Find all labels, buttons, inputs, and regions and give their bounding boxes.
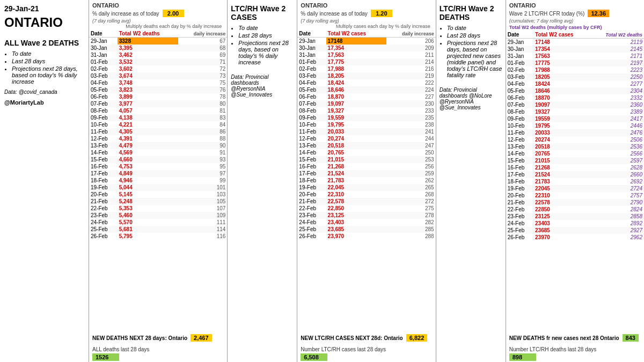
table-row: 26-Feb23,970288 bbox=[297, 233, 435, 240]
cell-multiply: 2962 bbox=[590, 234, 644, 241]
cell-total: 5,570 bbox=[118, 219, 179, 226]
cell-total: 4,138 bbox=[118, 114, 179, 121]
panel-deaths: ONTARIO % daily increase as of today 2.0… bbox=[89, 0, 227, 362]
table-row: 05-Feb18,646224 bbox=[297, 86, 435, 93]
panel2-metric-label: % daily increase as of today bbox=[301, 11, 368, 17]
cell-multiply: 206 bbox=[386, 38, 436, 45]
cell-date: 04-Feb bbox=[89, 79, 118, 86]
data-credit-p2: Data: Provincial dashboards @RyersonNIA … bbox=[231, 74, 294, 98]
panel-ltc-deaths: ONTARIO Wave 2 LTC/RH CFR today (%) 12.3… bbox=[506, 0, 644, 362]
table-row: 17-Feb4,84997 bbox=[89, 170, 227, 177]
cell-date: 22-Feb bbox=[89, 205, 118, 212]
panel2-tbody: 29-Jan1714820630-Jan17,35420931-Jan17,56… bbox=[297, 38, 435, 240]
cell-total: 3,823 bbox=[118, 86, 179, 93]
cell-multiply: 2197 bbox=[590, 60, 644, 67]
cell-multiply: 230 bbox=[386, 100, 436, 107]
cell-date: 30-Jan bbox=[297, 45, 326, 51]
table-row: 29-Jan17148206 bbox=[297, 38, 435, 45]
cell-multiply: 78 bbox=[178, 93, 227, 100]
cell-multiply: 209 bbox=[386, 45, 436, 51]
cell-multiply: 76 bbox=[178, 86, 227, 93]
table-row: 17-Feb215242660 bbox=[506, 171, 644, 178]
panel1-tbody: 29-Jan33286730-Jan3,3956831-Jan3,4626901… bbox=[89, 38, 227, 240]
cell-multiply: 101 bbox=[178, 184, 227, 191]
table-row: 08-Feb4,05781 bbox=[89, 107, 227, 114]
cell-total: 4,057 bbox=[118, 107, 179, 114]
panel2-metric-value: 1.20 bbox=[371, 10, 392, 17]
table-row: 22-Feb228502824 bbox=[506, 206, 644, 213]
table-row: 19-Feb5,044101 bbox=[89, 184, 227, 191]
cell-multiply: 2858 bbox=[590, 213, 644, 220]
cell-date: 01-Feb bbox=[297, 58, 326, 65]
bullet-cases-last28: Last 28 days bbox=[238, 32, 294, 39]
table-row: 01-Feb177752197 bbox=[506, 60, 644, 67]
panel1-multiply-label: Multiply deaths each day by % daily incr… bbox=[92, 24, 224, 29]
cell-total: 20518 bbox=[533, 143, 590, 150]
table-row: 09-Feb4,13883 bbox=[89, 114, 227, 121]
table-row: 29-Jan171482119 bbox=[506, 39, 644, 46]
cell-date: 17-Feb bbox=[89, 170, 118, 177]
cell-date: 16-Feb bbox=[89, 163, 118, 170]
cell-date: 30-Jan bbox=[89, 45, 118, 51]
cell-date: 24-Feb bbox=[89, 219, 118, 226]
cell-date: 15-Feb bbox=[297, 156, 326, 163]
panel2-footer-value: 6,822 bbox=[406, 334, 428, 342]
cell-total: 5,460 bbox=[118, 212, 179, 219]
cell-multiply: 69 bbox=[178, 51, 227, 58]
cell-total: 21,268 bbox=[326, 163, 386, 170]
cell-multiply: 2360 bbox=[590, 101, 644, 108]
table-row: 14-Feb4,56991 bbox=[89, 149, 227, 156]
panel1-footer-value: 2,467 bbox=[191, 334, 212, 342]
cell-date: 17-Feb bbox=[506, 171, 533, 178]
panel1-last28-value: 1526 bbox=[92, 353, 119, 361]
table-row: 15-Feb210152597 bbox=[506, 157, 644, 164]
cell-date: 02-Feb bbox=[506, 67, 533, 73]
cell-total: 21,524 bbox=[326, 170, 386, 177]
cell-multiply: 2790 bbox=[590, 199, 644, 206]
cell-date: 12-Feb bbox=[506, 136, 533, 143]
table-row: 20-Feb5,145103 bbox=[89, 191, 227, 198]
panel2-last28-value: 6,508 bbox=[301, 353, 327, 361]
table-row: 06-Feb188702332 bbox=[506, 94, 644, 101]
table-row: 07-Feb190972360 bbox=[506, 101, 644, 108]
cell-total: 21268 bbox=[533, 164, 590, 171]
table-row: 20-Feb223102757 bbox=[506, 192, 644, 199]
cell-date: 10-Feb bbox=[89, 121, 118, 128]
table-row: 13-Feb4,47990 bbox=[89, 142, 227, 149]
cell-date: 26-Feb bbox=[506, 234, 533, 241]
cell-total: 4,569 bbox=[118, 149, 179, 156]
panel1-footer: NEW DEATHS NEXT 28 days: Ontario 2,467 bbox=[89, 333, 227, 344]
cell-total: 23403 bbox=[533, 220, 590, 227]
wave2-cases-title: LTC/RH Wave 2 CASES bbox=[231, 4, 294, 21]
panel3-last28-label: Number LTC/RH deaths last 28 days bbox=[509, 346, 641, 352]
panel1-last28-label: ALL deaths last 28 days bbox=[92, 346, 224, 352]
cell-multiply: 71 bbox=[178, 58, 227, 65]
bullet-ltc-to-date: To date bbox=[447, 25, 502, 31]
cell-multiply: 72 bbox=[178, 65, 227, 72]
cell-multiply: 2476 bbox=[590, 129, 644, 136]
cell-date: 22-Feb bbox=[297, 205, 326, 212]
table-row: 18-Feb4,94699 bbox=[89, 177, 227, 184]
cell-total: 18646 bbox=[533, 87, 590, 94]
table-row: 12-Feb4,39188 bbox=[89, 135, 227, 142]
table-row: 20-Feb22,310268 bbox=[297, 191, 435, 198]
cell-date: 01-Feb bbox=[506, 60, 533, 67]
cell-date: 09-Feb bbox=[297, 114, 326, 121]
cell-date: 20-Feb bbox=[89, 191, 118, 198]
cell-date: 26-Feb bbox=[89, 233, 118, 240]
table-row: 08-Feb193272389 bbox=[506, 108, 644, 115]
table-row: 26-Feb5,795116 bbox=[89, 233, 227, 240]
cell-multiply: 2304 bbox=[590, 87, 644, 94]
panel3-header: ONTARIO Wave 2 LTC/RH CFR today (%) 12.3… bbox=[506, 0, 644, 31]
col-date-h3: Date bbox=[506, 31, 533, 39]
table-row: 10-Feb197952446 bbox=[506, 122, 644, 129]
cell-multiply: 211 bbox=[386, 51, 436, 58]
cell-date: 23-Feb bbox=[297, 212, 326, 219]
table-row: 19-Feb220452724 bbox=[506, 185, 644, 192]
cell-multiply: 227 bbox=[386, 93, 436, 100]
cell-date: 11-Feb bbox=[297, 128, 326, 135]
cell-multiply: 2417 bbox=[590, 115, 644, 122]
cell-multiply: 224 bbox=[386, 86, 436, 93]
cell-multiply: 268 bbox=[386, 191, 436, 198]
table-row: 12-Feb20,274244 bbox=[297, 135, 435, 142]
